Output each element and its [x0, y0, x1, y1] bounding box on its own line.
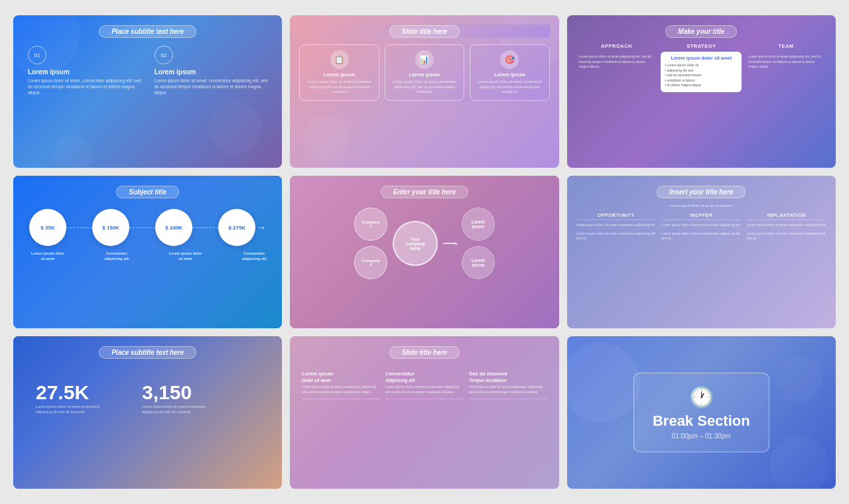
slide-8-col-title-1: Lorem ipsum	[302, 371, 380, 377]
slide-9-inner: 🕐 Break Section 01:00pm – 01:30pm	[576, 346, 826, 479]
slide-4-line-3	[192, 227, 218, 228]
slide-2-card-body-3: Lorem ipsum dolor sit amet consectetur a…	[474, 80, 545, 95]
slide-6-title: Insert your title here	[657, 186, 746, 198]
slide-3-title: Make your title	[665, 25, 737, 38]
slide-8-col-body-3: Lorem ipsum dolor sit amet consectetur a…	[469, 385, 547, 395]
slide-7-header: Place subtitle text here	[23, 346, 273, 359]
slide-6-col-body2-1: Lorem ipsum dolor sit amet consectetur a…	[576, 231, 656, 241]
slide-5-right-2: Lorem ipsum	[462, 246, 495, 279]
slide-8-col-title-3: Sed do eiusmod	[469, 371, 547, 377]
slide-4-arrow: →	[257, 222, 266, 233]
slide-2-icon-2: 📊	[415, 50, 434, 69]
slide-7-stat-2: 3,150 Lorem ipsum dolor sit amet consect…	[142, 381, 222, 415]
slide-9: 🕐 Break Section 01:00pm – 01:30pm	[567, 336, 836, 489]
slide-2-icon-3: 🎯	[500, 50, 519, 69]
slide-3: Make your title APPROACH Lorem ipsum dol…	[567, 15, 836, 168]
slide-7: Place subtitle text here 27.5K Lorem ips…	[13, 336, 282, 489]
slide-8-col-body-2: Lorem ipsum dolor sit amet consectetur a…	[385, 385, 464, 395]
slide-1-col-2: 02 Lorem ipsum Lorem ipsum dolor sit ame…	[155, 46, 268, 95]
slide-8-col-3: Sed do eiusmod Tempor incididunt Lorem i…	[469, 371, 547, 399]
slide-4-bubble-3: $ 240K	[155, 209, 192, 246]
slide-4-bubble-1: $ 35K	[29, 209, 66, 246]
slide-2-card-body-1: Lorem ipsum dolor sit amet consectetur a…	[304, 80, 374, 95]
slide-2-card-title-3: Lorem ipsum	[494, 72, 525, 78]
slide-5-right-nodes: Lorem ipsum Lorem ipsum	[462, 208, 495, 279]
slide-1-title: Place subtitle text here	[99, 25, 196, 38]
slide-2-card-2: 📊 Lorem ipsum Lorem ipsum dolor sit amet…	[385, 44, 464, 101]
slide-8-header: Slide title here	[299, 346, 549, 359]
slide-4-bubble-2: $ 150K	[92, 209, 129, 246]
slide-6-col-1: OPPORTUNITY Lorem ipsum dolor sit amet c…	[576, 213, 656, 241]
slide-3-col-body-3: Lorem ipsum dolor sit amet adipiscing el…	[746, 52, 826, 72]
slide-3-strategy-body: • Lorem ipsum dolor sit • adipiscing eli…	[665, 63, 738, 88]
slide-8-col-sub-2: Adipiscing elit	[385, 378, 464, 383]
slide-7-content: Place subtitle text here 27.5K Lorem ips…	[13, 336, 282, 489]
slide-8-content: Slide title here Lorem ipsum Dolor sit a…	[290, 336, 558, 489]
slide-3-col-1: APPROACH Lorem ipsum dolor sit amet adip…	[576, 43, 657, 92]
slide-4-label-3: Lorem ipsum dolor sit amet	[167, 251, 204, 261]
slide-2-cards: 📋 Lorem ipsum Lorem ipsum dolor sit amet…	[299, 44, 549, 101]
slide-5-header: Enter your title here	[299, 185, 549, 198]
slide-3-header: Make your title	[576, 25, 826, 38]
slide-5-content: Enter your title here Company 1 Company …	[290, 176, 558, 328]
slide-3-col-2: STRATEGY Lorem ipsum dolor sit amet • Lo…	[661, 43, 742, 92]
slide-9-break-title: Break Section	[653, 412, 750, 430]
slide-1-content: Place subtitle text here 01 Lorem ipsum …	[13, 15, 282, 168]
slide-1-heading-2: Lorem ipsum	[155, 68, 268, 76]
slide-7-num-1: 27.5K	[36, 381, 115, 404]
slide-1-body-1: Lorem ipsum dolor sit amet, consectetur …	[28, 78, 141, 95]
slide-8-col-2: Consectetur Adipiscing elit Lorem ipsum …	[385, 371, 464, 399]
slide-3-body-3: Lorem ipsum dolor sit amet adipiscing el…	[748, 54, 824, 70]
slide-1-body-2: Lorem ipsum dolor sit amet, consectetur …	[155, 78, 268, 95]
slide-grid: Place subtitle text here 01 Lorem ipsum …	[13, 15, 836, 489]
slide-9-break-box: 🕐 Break Section 01:00pm – 01:30pm	[633, 373, 769, 452]
slide-3-col-header-2: STRATEGY	[661, 43, 742, 49]
slide-6: Insert your title here Lorem ipsum dolor…	[567, 176, 836, 328]
slide-8-col-sub-1: Dolor sit amet	[302, 378, 380, 383]
slide-6-col-body2-2: Lorem ipsum dolor sit amet consectetur a…	[661, 231, 741, 241]
slide-4-line-2	[129, 227, 155, 228]
slide-3-col-3: TEAM Lorem ipsum dolor sit amet adipisci…	[746, 43, 826, 92]
slide-8-col-title-2: Consectetur	[385, 371, 464, 377]
slide-3-content: Make your title APPROACH Lorem ipsum dol…	[567, 15, 836, 168]
slide-2-content: Slide title here 📋 Lorem ipsum Lorem ips…	[290, 15, 558, 168]
slide-3-white-box: Lorem ipsum dolor sit amet • Lorem ipsum…	[661, 52, 742, 92]
slide-2-card-body-2: Lorem ipsum dolor sit amet consectetur a…	[389, 80, 460, 95]
slide-6-content: Insert your title here Lorem ipsum dolor…	[567, 176, 836, 328]
slide-3-strategy-title: Lorem ipsum dolor sit amet	[665, 56, 738, 60]
slide-1-header: Place subtitle text here	[23, 25, 273, 38]
slide-3-body-1: Lorem ipsum dolor sit amet adipiscing el…	[579, 54, 655, 70]
slide-1-cols: 01 Lorem ipsum Lorem ipsum dolor sit ame…	[23, 46, 273, 95]
slide-8-cols: Lorem ipsum Dolor sit amet Lorem ipsum d…	[299, 365, 549, 399]
slide-8-col-1: Lorem ipsum Dolor sit amet Lorem ipsum d…	[302, 371, 380, 399]
slide-4-label-2: Consectetur adipiscing elit	[98, 251, 135, 261]
slide-5-title: Enter your title here	[381, 186, 468, 198]
slide-5-arrow: →	[443, 243, 456, 244]
slide-7-title: Place subtitle text here	[99, 346, 196, 359]
slide-4-bubble-4: $ 275K	[218, 209, 255, 246]
slide-2: Slide title here 📋 Lorem ipsum Lorem ips…	[290, 15, 558, 168]
slide-4-content: Subject title $ 35K $ 150K $ 240K $ 275K	[13, 176, 282, 328]
slide-9-content: 🕐 Break Section 01:00pm – 01:30pm	[567, 336, 836, 489]
slide-4-labels: Lorem ipsum dolor sit amet Consectetur a…	[23, 251, 273, 261]
slide-6-col-header-3: IMPLANTATION	[747, 213, 826, 220]
slide-5-arrow-line: →	[443, 243, 456, 244]
slide-5-left-2: Company 2	[354, 246, 387, 279]
slide-7-num-2: 3,150	[142, 381, 222, 404]
slide-5-left-1: Company 1	[354, 208, 387, 241]
slide-6-col-body1-3: Lorem ipsum dolor sit amet consectetur a…	[747, 223, 826, 228]
slide-5-right-1: Lorem ipsum	[462, 208, 495, 241]
slide-6-col-2: INOFFER Lorem ipsum dolor sit amet conse…	[661, 213, 741, 241]
slide-6-col-header-2: INOFFER	[661, 213, 741, 220]
slide-7-stats: 27.5K Lorem ipsum dolor sit amet consect…	[23, 368, 273, 415]
slide-7-stat-1: 27.5K Lorem ipsum dolor sit amet consect…	[36, 381, 115, 415]
slide-1-heading-1: Lorem ipsum	[28, 68, 141, 76]
slide-2-title: Slide title here	[389, 25, 460, 38]
slide-5-left-nodes: Company 1 Company 2	[354, 208, 387, 279]
slide-2-card-title-1: Lorem ipsum	[324, 72, 355, 78]
slide-5-diagram: Company 1 Company 2 Your Company name → …	[299, 208, 549, 279]
slide-1-num-2: 02	[155, 46, 173, 64]
slide-6-col-body1-1: Lorem ipsum dolor sit amet consectetur a…	[576, 223, 656, 228]
slide-4-bubbles: $ 35K $ 150K $ 240K $ 275K →	[23, 209, 273, 246]
slide-4-label-4: Consectetur adipiscing elit	[235, 251, 273, 261]
